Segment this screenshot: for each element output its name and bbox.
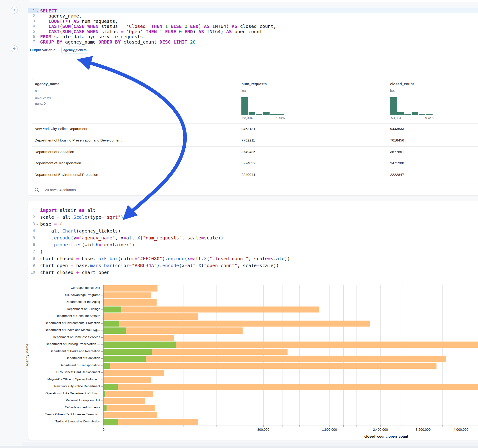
table-cell[interactable]: Department of Environmental Protection [35, 173, 98, 177]
bar-open-count[interactable] [104, 313, 104, 320]
chart-category-label[interactable]: Department of Consumer Affairs [23, 314, 100, 317]
python-code-line: chart_closed = base.mark_bar(color="#FFC… [40, 255, 290, 262]
chart-category-label[interactable]: Department of Parks and Recreation [23, 349, 100, 353]
bar-open-count[interactable] [104, 349, 152, 355]
bar-open-count[interactable] [104, 328, 126, 334]
table-cell[interactable]: 7782211 [241, 138, 255, 143]
output-variable-pill[interactable]: agency_tickets [61, 47, 89, 53]
bar-open-count[interactable] [104, 419, 118, 425]
sql-code-line: CAST(SUM(CASE WHEN status = 'Closed' THE… [40, 24, 276, 29]
bar-open-count[interactable] [104, 306, 121, 313]
bar-closed-count[interactable] [104, 384, 478, 390]
y-tick [101, 295, 103, 295]
x-tick [392, 425, 392, 427]
table-cell[interactable]: New York City Police Department [35, 127, 87, 131]
chart-category-label[interactable]: Department of Housing Preservation … [23, 342, 100, 346]
table-cell[interactable]: 3749485 [241, 150, 255, 154]
chart-category-label[interactable]: Refunds and Adjustments [23, 406, 100, 409]
histogram-bar [263, 112, 270, 115]
bar-closed-count[interactable] [104, 313, 198, 320]
table-cell[interactable]: 3677651 [390, 150, 404, 154]
chart-category-label[interactable]: Department of Environmental Protection [23, 321, 100, 325]
search-icon[interactable] [34, 187, 39, 193]
chart-x-axis-title: closed_count, open_count [364, 434, 408, 438]
bar-closed-count[interactable] [104, 391, 153, 397]
chart-category-label[interactable]: Department of Homeless Services [23, 335, 100, 339]
bar-closed-count[interactable] [104, 306, 319, 313]
bar-open-count[interactable] [104, 299, 104, 305]
chart-category-label[interactable]: Taxi and Limousine Commission [23, 420, 100, 423]
python-code-line: scale = alt.Scale(type="sqrt") [40, 214, 123, 221]
x-tick [452, 425, 452, 427]
table-cell[interactable]: 9443533 [390, 127, 404, 131]
x-tick [423, 425, 423, 427]
bar-closed-count[interactable] [104, 321, 370, 327]
histogram-min-label: 53,304 [391, 116, 401, 120]
x-tick [242, 425, 242, 427]
table-cell[interactable]: Department of Sanitation [35, 150, 74, 154]
table-cell[interactable]: 2222847 [390, 173, 404, 177]
bar-closed-count[interactable] [104, 412, 157, 418]
bar-closed-count[interactable] [104, 299, 157, 305]
chart-category-label[interactable]: Correspondence Unit [23, 286, 100, 289]
column-header-closed-count[interactable]: closed_count [390, 82, 414, 86]
table-cell[interactable]: Department of Housing Preservation and D… [35, 138, 121, 143]
bar-open-count[interactable] [104, 405, 107, 411]
insert-cell-button[interactable]: + [11, 45, 18, 52]
histogram-max-label: 9.4e6 [414, 116, 434, 120]
x-tick [433, 425, 433, 427]
bar-closed-count[interactable] [104, 335, 174, 341]
bar-open-count[interactable] [104, 321, 119, 327]
bar-closed-count[interactable] [104, 363, 436, 369]
y-tick [101, 400, 103, 401]
table-cell[interactable]: 9453131 [241, 127, 255, 131]
chart-category-label[interactable]: DHS Advantage Programs [23, 293, 100, 297]
table-cell[interactable]: 3774892 [241, 161, 255, 165]
bar-open-count[interactable] [104, 292, 104, 299]
output-variable-label: Output variable: [30, 48, 57, 52]
bar-open-count[interactable] [104, 356, 146, 362]
y-tick [101, 372, 103, 373]
column-header-agency-name[interactable]: agency_name [35, 82, 59, 86]
chart-category-label[interactable]: Department of Health and Mental Hyg… [23, 328, 100, 332]
gridline [242, 285, 242, 425]
line-number: 3 [27, 19, 35, 24]
line-number: 6 [27, 241, 35, 248]
insert-cell-button[interactable]: + [11, 7, 18, 14]
fold-chevron-icon[interactable]: ⌄ [36, 8, 39, 14]
chart-category-label[interactable]: Mayorâ€ s Office of Special Enforce… [23, 378, 100, 381]
histogram-num-requests [241, 97, 285, 115]
chart-category-label[interactable]: New York City Police Department [23, 384, 100, 388]
table-cell[interactable]: 3471908 [390, 161, 404, 165]
bar-closed-count[interactable] [104, 356, 446, 362]
bar-closed-count[interactable] [104, 398, 145, 404]
chart-category-label[interactable]: Operations Unit - Department of Hom… [23, 392, 100, 395]
chart-category-label[interactable]: Department for the Aging [23, 300, 100, 304]
chart-category-label[interactable]: Department of Transportation [23, 363, 100, 367]
table-cell[interactable]: 7618456 [390, 138, 404, 143]
bar-closed-count[interactable] [104, 377, 151, 383]
chart-category-label[interactable]: Department of Sanitation [23, 356, 100, 360]
histogram-closed-count [390, 97, 434, 115]
bar-closed-count[interactable] [104, 292, 151, 299]
bar-closed-count[interactable] [104, 285, 157, 292]
x-tick [461, 425, 461, 427]
chart-category-label[interactable]: Personal Exemption Unit [23, 398, 100, 402]
fold-chevron-icon[interactable]: ⌄ [36, 221, 39, 227]
chart-category-label[interactable]: Senior Citizen Rent Increase Exempti… [23, 412, 100, 416]
bar-open-count[interactable] [104, 384, 118, 390]
column-type: str [35, 89, 39, 93]
python-code-line: alt.Chart(agency_tickets) [40, 227, 121, 234]
y-tick [101, 337, 103, 338]
bar-open-count[interactable] [104, 363, 110, 369]
bar-closed-count[interactable] [104, 370, 164, 376]
chart-category-label[interactable]: Department of Buildings [23, 307, 100, 311]
chart-category-label[interactable]: HRA Benefit Card Replacement [23, 370, 100, 374]
table-cell[interactable]: 2240041 [241, 173, 255, 177]
sql-code-line: agency_name, [40, 13, 82, 19]
column-header-num-requests[interactable]: num_requests [241, 82, 267, 86]
bar-open-count[interactable] [104, 391, 105, 397]
bar-open-count[interactable] [104, 342, 176, 348]
table-cell[interactable]: Department of Transportation [35, 161, 81, 165]
bar-closed-count[interactable] [104, 405, 155, 411]
